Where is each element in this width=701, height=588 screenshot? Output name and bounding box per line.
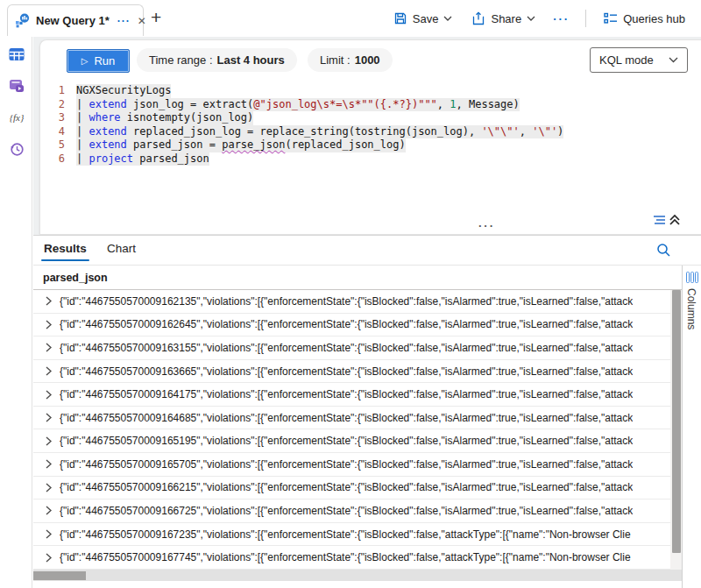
- row-expand-icon[interactable]: [46, 343, 52, 352]
- tab-title: New Query 1*: [36, 14, 110, 27]
- row-json-value: {"id":"4467550570009166725","violations"…: [60, 505, 633, 517]
- code-editor[interactable]: 1NGXSecurityLogs2| extend json_log = ext…: [40, 84, 701, 207]
- tables-icon[interactable]: [8, 46, 25, 63]
- code-line[interactable]: 1NGXSecurityLogs: [40, 84, 701, 98]
- columns-icon: [686, 272, 698, 283]
- code-text: NGXSecurityLogs: [76, 84, 171, 98]
- app-logo-icon: [15, 13, 30, 28]
- row-expand-icon[interactable]: [46, 366, 52, 376]
- collapse-editor-icon[interactable]: [654, 214, 682, 226]
- row-expand-icon[interactable]: [46, 459, 52, 469]
- share-button[interactable]: Share: [464, 8, 542, 29]
- row-expand-icon[interactable]: [46, 436, 52, 446]
- panel-splitter-handle[interactable]: ···: [478, 219, 495, 232]
- table-row[interactable]: {"id":"4467550570009166725","violations"…: [33, 499, 670, 523]
- code-line[interactable]: 4| extend replaced_json_log = replace_st…: [40, 125, 701, 139]
- tab-close-icon[interactable]: ✕: [138, 15, 146, 27]
- chevron-down-icon: [443, 16, 452, 21]
- share-label: Share: [491, 12, 521, 25]
- run-button[interactable]: ▷ Run: [67, 49, 130, 73]
- limit-label: Limit :: [320, 53, 350, 67]
- chevron-down-icon: [527, 16, 535, 21]
- run-label: Run: [94, 54, 115, 67]
- results-tabs-row: Results Chart: [33, 236, 701, 266]
- table-row[interactable]: {"id":"4467550570009165195","violations"…: [33, 429, 670, 453]
- row-expand-icon[interactable]: [46, 506, 52, 515]
- tab-more-icon[interactable]: ···: [117, 15, 131, 27]
- query-mode-select[interactable]: KQL mode: [590, 47, 688, 73]
- columns-panel-label: Columns: [685, 288, 697, 329]
- table-row[interactable]: {"id":"4467550570009165705","violations"…: [33, 453, 670, 477]
- table-row[interactable]: {"id":"4467550570009163155","violations"…: [33, 337, 670, 360]
- code-text: | where isnotempty(json_log): [76, 111, 253, 125]
- chevron-down-icon: [669, 57, 678, 63]
- line-number: 2: [40, 98, 65, 112]
- table-row[interactable]: {"id":"4467550570009162135","violations"…: [33, 290, 670, 314]
- column-header-label: parsed_json: [43, 272, 108, 284]
- row-json-value: {"id":"4467550570009167745","violations"…: [60, 551, 631, 563]
- queries-hub-label: Queries hub: [623, 12, 685, 25]
- table-row[interactable]: {"id":"4467550570009164175","violations"…: [33, 383, 670, 407]
- history-icon[interactable]: [8, 140, 25, 158]
- row-expand-icon[interactable]: [46, 529, 52, 539]
- code-text: | extend replaced_json_log = replace_str…: [76, 125, 563, 139]
- time-range-value: Last 4 hours: [217, 53, 285, 67]
- line-number: 6: [40, 152, 65, 166]
- code-text: | project parsed_json: [76, 152, 209, 166]
- table-row[interactable]: {"id":"4467550570009164685","violations"…: [33, 407, 670, 430]
- query-mode-value: KQL mode: [599, 53, 654, 67]
- top-bar: New Query 1* ··· ✕ + Save Share ···: [0, 0, 701, 37]
- horizontal-scrollbar[interactable]: [33, 570, 682, 581]
- saved-queries-icon[interactable]: [8, 77, 25, 95]
- save-label: Save: [413, 12, 439, 25]
- row-json-value: {"id":"4467550570009164175","violations"…: [60, 388, 633, 400]
- vertical-scrollbar-thumb[interactable]: [672, 290, 681, 553]
- line-number: 4: [40, 125, 65, 139]
- code-line[interactable]: 2| extend json_log = extract(@"json_log\…: [40, 98, 701, 112]
- tab-chart[interactable]: Chart: [107, 242, 136, 255]
- row-json-value: {"id":"4467550570009162135","violations"…: [60, 295, 633, 308]
- row-expand-icon[interactable]: [46, 553, 52, 563]
- more-options-icon[interactable]: ···: [548, 12, 575, 25]
- table-row[interactable]: {"id":"4467550570009166215","violations"…: [33, 477, 670, 500]
- row-json-value: {"id":"4467550570009164685","violations"…: [60, 412, 633, 424]
- row-expand-icon[interactable]: [46, 413, 52, 422]
- code-line[interactable]: 5| extend parsed_json = parse_json(repla…: [40, 138, 701, 152]
- queries-hub-button[interactable]: Queries hub: [597, 9, 692, 29]
- row-json-value: {"id":"4467550570009165705","violations"…: [60, 458, 633, 471]
- query-editor-panel: ▷ Run Time range : Last 4 hours Limit : …: [39, 39, 701, 235]
- row-json-value: {"id":"4467550570009166215","violations"…: [60, 481, 633, 493]
- table-row[interactable]: {"id":"4467550570009163665","violations"…: [33, 360, 670, 384]
- table-row[interactable]: {"id":"4467550570009167745","violations"…: [33, 546, 670, 570]
- row-expand-icon[interactable]: [46, 296, 52, 306]
- limit-picker[interactable]: Limit : 1000: [308, 48, 393, 72]
- horizontal-scrollbar-thumb[interactable]: [33, 571, 86, 580]
- results-panel: Results Chart parsed_json {"id":"4467550…: [33, 235, 701, 588]
- table-row[interactable]: {"id":"4467550570009162645","violations"…: [33, 314, 670, 337]
- new-tab-button[interactable]: +: [151, 9, 161, 26]
- time-range-label: Time range :: [149, 53, 213, 67]
- line-number: 1: [40, 84, 65, 98]
- save-button[interactable]: Save: [386, 8, 460, 29]
- limit-value: 1000: [355, 53, 380, 67]
- vertical-scrollbar[interactable]: [670, 290, 682, 570]
- table-row[interactable]: {"id":"4467550570009167235","violations"…: [33, 523, 670, 547]
- code-line[interactable]: 6| project parsed_json: [40, 152, 701, 166]
- tab-results[interactable]: Results: [44, 242, 87, 255]
- row-expand-icon[interactable]: [46, 320, 52, 329]
- columns-side-panel[interactable]: Columns: [682, 266, 701, 588]
- row-json-value: {"id":"4467550570009165195","violations"…: [60, 435, 633, 447]
- time-range-picker[interactable]: Time range : Last 4 hours: [137, 48, 297, 72]
- code-line[interactable]: 3| where isnotempty(json_log): [40, 111, 701, 125]
- side-rail: {fx}: [0, 37, 32, 588]
- row-json-value: {"id":"4467550570009162645","violations"…: [60, 318, 633, 330]
- line-number: 3: [40, 111, 65, 125]
- functions-icon[interactable]: {fx}: [8, 109, 25, 126]
- row-expand-icon[interactable]: [46, 483, 52, 492]
- row-expand-icon[interactable]: [46, 390, 52, 400]
- code-text: | extend json_log = extract(@"json_log\s…: [76, 98, 520, 112]
- grid-column-header[interactable]: parsed_json: [33, 266, 682, 290]
- topbar-actions: Save Share ··· Queries hub: [386, 0, 692, 37]
- search-icon[interactable]: [656, 243, 671, 258]
- query-tab[interactable]: New Query 1* ··· ✕: [7, 4, 144, 36]
